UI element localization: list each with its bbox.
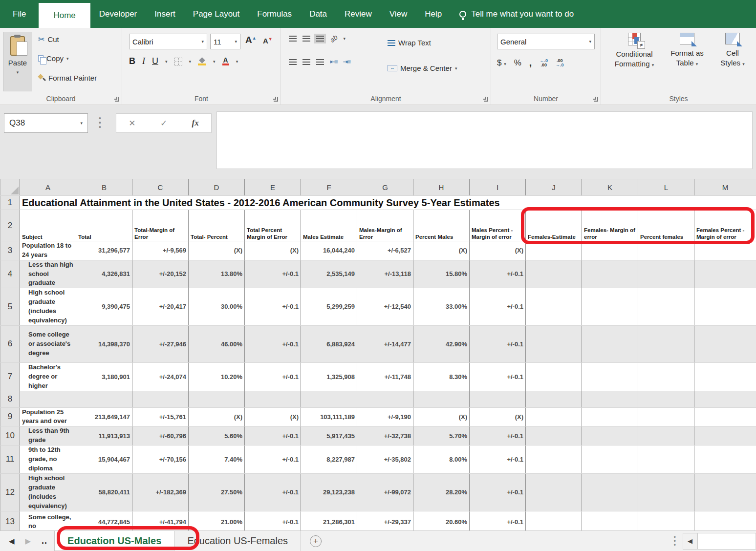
cell[interactable] [582,511,638,530]
cell[interactable] [526,260,582,288]
cell[interactable]: (X) [245,407,301,426]
cell[interactable] [526,511,582,530]
cell[interactable]: Males-Margin of Error [357,210,413,241]
conditional-formatting-button[interactable]: ≠ ConditionalFormatting ▾ [610,33,659,69]
ribbon-tab-page-layout[interactable]: Page Layout [184,0,248,28]
copy-dropdown-icon[interactable]: ▾ [66,56,69,61]
cell[interactable] [694,391,756,407]
subject-cell[interactable]: High school graduate (includes equivalen… [20,288,76,325]
subject-cell[interactable]: 9th to 12th grade, no diploma [20,445,76,473]
new-sheet-button[interactable]: + [310,535,322,547]
decrease-indent-button[interactable]: ⇤≡ [330,58,337,65]
row-header[interactable]: 10 [0,426,20,445]
cell[interactable]: +/-13,118 [357,260,413,288]
alignment-dialog-launcher[interactable] [484,97,488,102]
row-header[interactable]: 6 [0,325,20,362]
cell[interactable] [694,241,756,260]
cell[interactable] [638,511,694,530]
cell[interactable]: +/-0.1 [245,445,301,473]
row-header[interactable]: 8 [0,391,20,407]
merge-center-dropdown-icon[interactable]: ▾ [455,66,457,71]
cell[interactable]: +/-0.1 [470,445,526,473]
subject-cell[interactable]: Population 25 years and over [20,407,76,426]
decrease-decimal-button[interactable]: .00→.0 [556,59,564,67]
cell[interactable] [76,391,132,407]
tell-me-box[interactable]: Tell me what you want to do [459,9,574,19]
merge-center-button[interactable]: ↔ Merge & Center ▾ [388,64,457,72]
cell[interactable]: 21.00% [189,511,245,530]
cell[interactable]: 9,390,475 [76,288,132,325]
formula-input[interactable] [216,111,753,169]
percent-button[interactable]: % [514,58,521,68]
cell[interactable]: +/-0.1 [470,325,526,362]
row-header[interactable]: 1 [0,196,20,210]
row-header[interactable]: 11 [0,445,20,473]
cell[interactable]: 8.00% [413,445,470,473]
number-dialog-launcher[interactable] [594,97,598,102]
cell[interactable]: +/-15,761 [132,407,189,426]
sheet-tab-education-us-males[interactable]: Education US-Males [54,531,174,551]
cell[interactable]: Total Percent Margin of Error [245,210,301,241]
cell[interactable]: +/-24,074 [132,362,189,391]
cell[interactable]: +/-0.1 [245,325,301,362]
align-right-button[interactable] [316,59,324,65]
cell[interactable]: +/-0.1 [470,473,526,511]
column-header-H[interactable]: H [413,179,470,196]
cell[interactable] [582,362,638,391]
font-color-dropdown-icon[interactable]: ▾ [236,59,238,64]
cell[interactable]: Percent Males [413,210,470,241]
cell[interactable] [638,473,694,511]
underline-button[interactable]: U [152,56,158,66]
subject-cell[interactable]: High school graduate (includes equivalen… [20,473,76,511]
cell[interactable] [638,391,694,407]
subject-cell[interactable]: Some college or associate's degree [20,325,76,362]
column-header-G[interactable]: G [357,179,413,196]
cell[interactable]: 27.50% [189,473,245,511]
cell[interactable] [582,445,638,473]
cell[interactable]: (X) [413,241,470,260]
prev-sheet-button[interactable]: ◀ [9,537,15,546]
cell[interactable]: 28.20% [413,473,470,511]
cell[interactable]: Males Percent - Margin of error [470,210,526,241]
cell[interactable]: (X) [413,407,470,426]
column-header-K[interactable]: K [582,179,638,196]
borders-dropdown-icon[interactable]: ▾ [189,59,192,64]
horizontal-scrollbar[interactable] [697,533,756,550]
ribbon-tab-insert[interactable]: Insert [146,0,184,28]
font-dialog-launcher[interactable] [274,97,278,102]
cell[interactable]: 31,296,577 [76,241,132,260]
cell[interactable] [694,362,756,391]
cell[interactable] [526,426,582,445]
cell[interactable]: +/-6,527 [357,241,413,260]
cell[interactable]: +/-0.1 [245,473,301,511]
cell[interactable] [189,391,245,407]
row-header[interactable]: 13 [0,511,20,530]
cell[interactable] [694,511,756,530]
cell[interactable] [526,445,582,473]
cell[interactable]: +/-0.1 [245,288,301,325]
cell[interactable] [638,362,694,391]
cell[interactable] [638,445,694,473]
cell[interactable]: 21,286,301 [301,511,357,530]
cell[interactable]: +/-60,796 [132,426,189,445]
cell[interactable]: Total-Margin of Error [132,210,189,241]
cell[interactable]: +/-0.1 [470,288,526,325]
cell[interactable] [526,473,582,511]
middle-align-button[interactable] [302,36,310,42]
cell[interactable] [582,288,638,325]
ribbon-tab-formulas[interactable]: Formulas [248,0,301,28]
cell[interactable]: 7.40% [189,445,245,473]
cell[interactable]: 58,820,411 [76,473,132,511]
ribbon-tab-developer[interactable]: Developer [90,0,146,28]
cell[interactable]: 42.90% [413,325,470,362]
cell[interactable]: +/-32,738 [357,426,413,445]
underline-dropdown-icon[interactable]: ▾ [165,59,168,64]
italic-button[interactable]: I [142,56,145,66]
column-header-I[interactable]: I [470,179,526,196]
cell[interactable]: +/-0.1 [470,426,526,445]
cell[interactable]: 46.00% [189,325,245,362]
cell[interactable]: +/-9,190 [357,407,413,426]
cell[interactable] [694,260,756,288]
wrap-text-button[interactable]: Wrap Text [388,39,431,47]
cell[interactable]: 5.60% [189,426,245,445]
